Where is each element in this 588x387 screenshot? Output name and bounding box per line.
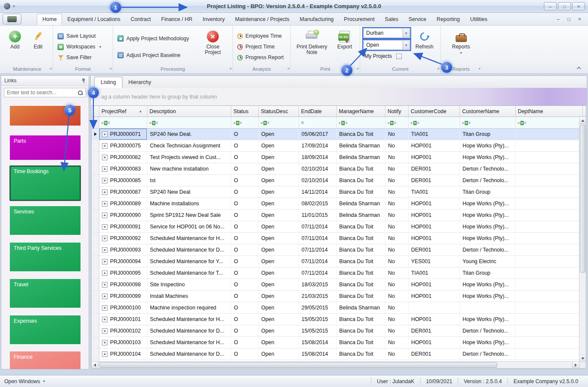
- site-dropdown[interactable]: Durban ▼: [364, 28, 410, 38]
- cell-projectref[interactable]: +PRJ0000104: [99, 348, 147, 360]
- cell-customercode[interactable]: DER001: [409, 348, 460, 360]
- cell-customercode[interactable]: HOP001: [409, 221, 460, 232]
- cell-deptname[interactable]: [516, 198, 583, 209]
- cell-status[interactable]: O: [231, 175, 259, 186]
- sidebar-tile-expenses[interactable]: Expenses: [10, 315, 81, 344]
- cell-projectref[interactable]: +PRJ0000083: [99, 163, 147, 174]
- sidebar-tile-third-party-services[interactable]: Third Party Services: [10, 243, 81, 271]
- expand-row-button[interactable]: +: [102, 143, 107, 149]
- cell-status[interactable]: O: [231, 279, 259, 290]
- cell-customername[interactable]: Titan Group: [460, 267, 516, 279]
- cell-managername[interactable]: Bianca Du Toit: [337, 325, 385, 336]
- cell-deptname[interactable]: [516, 152, 583, 163]
- cell-notify[interactable]: No: [385, 256, 409, 267]
- cell-description[interactable]: Sprint SP1912 New Deal Sale: [147, 210, 231, 221]
- project-time-button[interactable]: Project Time: [235, 42, 289, 52]
- expand-row-button[interactable]: +: [102, 189, 107, 195]
- progress-report-button[interactable]: Progress Report: [235, 52, 289, 63]
- cell-status[interactable]: O: [231, 186, 259, 198]
- cell-customername[interactable]: Titan Group: [460, 186, 516, 198]
- filter-cell-managername[interactable]: abc: [337, 117, 385, 128]
- cell-customercode[interactable]: HOP001: [409, 291, 460, 302]
- column-header-notify[interactable]: Notify: [385, 106, 409, 117]
- column-header-managername[interactable]: ManagerName: [337, 106, 385, 117]
- application-menu-button[interactable]: [3, 14, 21, 24]
- cell-deptname[interactable]: [516, 210, 583, 221]
- cell-status[interactable]: O: [231, 244, 259, 255]
- cell-notify[interactable]: No: [385, 186, 409, 198]
- sidebar-tile-time-bookings[interactable]: Time Bookings: [10, 166, 81, 201]
- cell-projectref[interactable]: +PRJ0000087: [99, 186, 147, 198]
- column-header-description[interactable]: Description: [147, 106, 231, 117]
- cell-deptname[interactable]: [516, 244, 583, 255]
- cell-status[interactable]: O: [231, 163, 259, 174]
- cell-description[interactable]: Machine inspection required: [147, 302, 231, 313]
- cell-status[interactable]: O: [231, 348, 259, 360]
- cell-managername[interactable]: Belinda Sharman: [337, 152, 385, 163]
- vertical-scroll-thumb[interactable]: [580, 125, 585, 273]
- cell-customercode[interactable]: YES001: [409, 256, 460, 267]
- expand-row-button[interactable]: +: [102, 224, 107, 230]
- cell-customername[interactable]: Derton / Technolo...: [460, 244, 516, 255]
- cell-projectref[interactable]: +PRJ0000103: [99, 337, 147, 348]
- cell-customername[interactable]: Hope Works (Pty)...: [460, 198, 516, 209]
- cell-enddate[interactable]: 21/03/2015: [299, 291, 337, 302]
- cell-customercode[interactable]: DER001: [409, 244, 460, 255]
- cell-deptname[interactable]: [516, 221, 583, 232]
- cell-customercode[interactable]: DER001: [409, 325, 460, 336]
- cell-enddate[interactable]: 07/11/2014: [299, 267, 337, 279]
- cell-managername[interactable]: Bianca Du Toit: [337, 175, 385, 186]
- cell-description[interactable]: Scheduled Maintenance for D...: [147, 348, 231, 360]
- cell-customername[interactable]: Hope Works (Pty)...: [460, 233, 516, 244]
- close-project-button[interactable]: × Close Project: [200, 27, 226, 66]
- cell-projectref[interactable]: +PRJ0000100: [99, 302, 147, 313]
- cell-projectref[interactable]: +PRJ0000102: [99, 325, 147, 336]
- cell-enddate[interactable]: 15/08/2014: [299, 337, 337, 348]
- cell-enddate[interactable]: 18/09/2014: [299, 152, 337, 163]
- grid-row[interactable]: +PRJ0000094Scheduled Maintenance for Y..…: [92, 256, 586, 267]
- mdi-minimize-icon[interactable]: –: [557, 16, 560, 22]
- cell-deptname[interactable]: [516, 348, 583, 360]
- expand-row-button[interactable]: +: [102, 328, 107, 334]
- cell-description[interactable]: Scheduled Maintenance for D...: [147, 325, 231, 336]
- cell-status[interactable]: O: [231, 129, 259, 140]
- cell-customername[interactable]: Hope Works (Pty)...: [460, 152, 516, 163]
- cell-notify[interactable]: No: [385, 325, 409, 336]
- ribbon-tab-procurement[interactable]: Procurement: [339, 14, 380, 25]
- sidebar-tile-parts[interactable]: Parts: [10, 135, 81, 160]
- cell-managername[interactable]: Bianca Du Toit: [337, 291, 385, 302]
- cell-enddate[interactable]: 02/10/2014: [299, 163, 337, 174]
- cell-managername[interactable]: Belinda Sharman: [337, 140, 385, 151]
- cell-description[interactable]: Test Projects viewed in Cust...: [147, 152, 231, 163]
- search-input[interactable]: [7, 90, 78, 96]
- cell-enddate[interactable]: 08/02/2015: [299, 198, 337, 209]
- grid-row[interactable]: +PRJ0000089Machine installationsOOpen08/…: [92, 198, 586, 210]
- cell-managername[interactable]: Bianca Du Toit: [337, 129, 385, 140]
- cell-status[interactable]: O: [231, 210, 259, 221]
- cell-status[interactable]: O: [231, 256, 259, 267]
- filter-cell-notify[interactable]: abc: [385, 117, 409, 128]
- scroll-up-button[interactable]: [579, 117, 586, 124]
- cell-managername[interactable]: Bianca Du Toit: [337, 221, 385, 232]
- grid-row[interactable]: +PRJ0000083New machine installationOOpen…: [92, 163, 586, 175]
- status-dropdown-caret-icon[interactable]: ▼: [403, 41, 409, 49]
- filter-cell-description[interactable]: abc: [147, 117, 231, 128]
- filter-cell-customercode[interactable]: abc: [409, 117, 460, 128]
- cell-statusdesc[interactable]: Open: [259, 152, 299, 163]
- cell-customercode[interactable]: HOP001: [409, 198, 460, 209]
- cell-projectref[interactable]: +PRJ0000089: [99, 198, 147, 209]
- cell-statusdesc[interactable]: Open: [259, 140, 299, 151]
- cell-customercode[interactable]: TIA001: [409, 267, 460, 279]
- cell-statusdesc[interactable]: Open: [259, 325, 299, 336]
- cell-statusdesc[interactable]: Open: [259, 291, 299, 302]
- cell-customername[interactable]: Hope Works (Pty)...: [460, 140, 516, 151]
- site-dropdown-caret-icon[interactable]: ▼: [403, 29, 409, 37]
- expand-row-button[interactable]: +: [102, 132, 107, 137]
- cell-description[interactable]: Scheduled Maintenance for H...: [147, 233, 231, 244]
- cell-enddate[interactable]: 07/11/2014: [299, 233, 337, 244]
- cell-deptname[interactable]: [516, 129, 583, 140]
- ribbon-tab-utilities[interactable]: Utilities: [465, 14, 492, 25]
- ribbon-tab-sales[interactable]: Sales: [380, 14, 403, 25]
- cell-status[interactable]: O: [231, 140, 259, 151]
- cell-statusdesc[interactable]: Open: [259, 337, 299, 348]
